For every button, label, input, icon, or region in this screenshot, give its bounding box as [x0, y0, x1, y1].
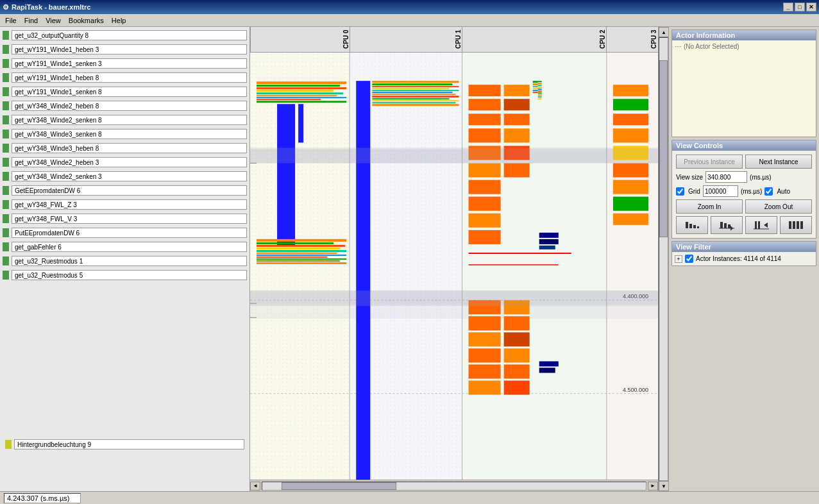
close-button[interactable]: ✕ [806, 3, 816, 12]
actor-color-bar-7 [3, 130, 9, 139]
actor-item-8[interactable]: get_wY348_Winde3_heben 8 [0, 141, 249, 155]
actor-label-13[interactable]: get_wY348_FWL_V 3 [12, 214, 247, 224]
svg-rect-33 [257, 250, 346, 252]
actor-color-bar-4 [3, 87, 9, 96]
actor-label-bottom[interactable]: Hintergrundbeleuchtung 9 [14, 439, 244, 449]
zoom-icon-btn-2[interactable] [711, 216, 743, 234]
scrollbar-thumb[interactable] [282, 482, 396, 490]
scrollbar-track[interactable] [262, 482, 646, 491]
actor-label-6[interactable]: get_wY348_Winde2_senken 8 [12, 115, 247, 125]
svg-rect-87 [539, 233, 559, 238]
actor-item-4[interactable]: get_wY191_Winde1_senken 8 [0, 85, 249, 99]
horizontal-scrollbar[interactable]: ◄ ► [250, 480, 658, 491]
svg-rect-82 [504, 316, 530, 330]
svg-rect-100 [538, 92, 542, 94]
actor-item-0[interactable]: get_u32_outputQuantity 8 [0, 28, 249, 42]
actor-item-bottom[interactable]: Hintergrundbeleuchtung 9 [3, 437, 247, 451]
view-controls-header: View Controls [672, 140, 816, 151]
scroll-down-button[interactable]: ▼ [659, 481, 668, 491]
actor-item-3[interactable]: get_wY191_Winde1_heben 8 [0, 71, 249, 85]
actor-label-5[interactable]: get_wY348_Winde2_heben 8 [12, 101, 247, 111]
actor-item-12[interactable]: get_wY348_FWL_Z 3 [0, 197, 249, 212]
svg-rect-132 [793, 221, 795, 229]
actor-label-10[interactable]: get_wY348_Winde2_senken 3 [12, 171, 247, 181]
svg-rect-51 [372, 102, 455, 103]
svg-rect-112 [613, 214, 648, 225]
actor-label-3[interactable]: get_wY191_Winde1_heben 8 [12, 72, 247, 83]
filter-row: + Actor Instances: 4114 of 4114 [675, 255, 813, 263]
actor-label-1[interactable]: get_wY191_Winde1_heben 3 [12, 44, 247, 55]
view-size-input[interactable] [705, 171, 747, 183]
svg-rect-25 [257, 95, 337, 96]
next-instance-button[interactable]: Next Instance [745, 155, 812, 169]
actor-item-14[interactable]: PutEEpromdatenDW 6 [0, 226, 249, 240]
actor-item-1[interactable]: get_wY191_Winde1_heben 3 [0, 42, 249, 56]
scroll-left-button[interactable]: ◄ [250, 482, 260, 491]
svg-rect-109 [613, 164, 648, 178]
actor-label-8[interactable]: get_wY348_Winde3_heben 8 [12, 143, 247, 153]
svg-rect-49 [372, 98, 449, 99]
zoom-icon-btn-4[interactable] [780, 216, 812, 234]
minimize-button[interactable]: _ [783, 3, 793, 12]
v-scroll-track[interactable] [659, 37, 668, 481]
actor-item-9[interactable]: get_wY348_Winde2_heben 3 [0, 155, 249, 169]
zoom-out-button[interactable]: Zoom Out [745, 199, 812, 214]
actor-item-6[interactable]: get_wY348_Winde2_senken 8 [0, 113, 249, 127]
filter-expand-icon[interactable]: + [675, 255, 682, 263]
actor-label-9[interactable]: get_wY348_Winde2_heben 3 [12, 157, 247, 167]
actor-label-11[interactable]: GetEEpromdatenDW 6 [12, 185, 247, 196]
actor-item-17[interactable]: get_u32_Ruestmodus 5 [0, 268, 249, 282]
auto-checkbox[interactable] [764, 187, 773, 196]
actor-label-7[interactable]: get_wY348_Winde3_senken 8 [12, 129, 247, 139]
timeline-content[interactable]: 4.400.000 4.500.000 [250, 53, 658, 480]
maximize-button[interactable]: □ [795, 3, 805, 12]
actor-item-13[interactable]: get_wY348_FWL_V 3 [0, 212, 249, 226]
svg-rect-97 [538, 87, 542, 88]
actor-item-5[interactable]: get_wY348_Winde2_heben 8 [0, 99, 249, 113]
actor-color-bar-17 [3, 271, 9, 280]
filter-checkbox[interactable] [685, 255, 693, 263]
actor-item-10[interactable]: get_wY348_Winde2_senken 3 [0, 169, 249, 183]
app-icon: ⚙ [3, 3, 9, 12]
svg-rect-30 [257, 242, 334, 244]
svg-rect-104 [613, 85, 648, 96]
svg-rect-56 [469, 128, 501, 142]
actor-item-15[interactable]: get_gabFehler 6 [0, 240, 249, 254]
no-actor-label: ···· (No Actor Selected) [675, 43, 739, 50]
actor-label-4[interactable]: get_wY191_Winde1_senken 8 [12, 87, 247, 97]
actor-item-7[interactable]: get_wY348_Winde3_senken 8 [0, 127, 249, 141]
svg-rect-69 [533, 81, 538, 83]
zoom-icon-btn-3[interactable] [745, 216, 777, 234]
scroll-right-button[interactable]: ► [648, 482, 658, 491]
menu-help[interactable]: Help [108, 15, 130, 26]
scroll-up-button[interactable]: ▲ [659, 27, 668, 37]
prev-instance-button[interactable]: Previous Instance [676, 155, 743, 169]
actor-info-header: Actor Information [672, 30, 816, 40]
vertical-scrollbar[interactable]: ▲ ▼ [658, 27, 668, 491]
menu-bookmarks[interactable]: Bookmarks [65, 15, 108, 26]
svg-rect-76 [469, 316, 501, 330]
svg-rect-103 [538, 98, 542, 99]
menu-file[interactable]: File [1, 15, 21, 26]
actor-label-0[interactable]: get_u32_outputQuantity 8 [12, 30, 247, 40]
v-scroll-thumb[interactable] [659, 60, 668, 237]
grid-checkbox[interactable] [676, 187, 684, 196]
actor-list-scroll[interactable]: get_u32_outputQuantity 8 get_wY191_Winde… [0, 27, 249, 491]
actor-label-2[interactable]: get_wY191_Winde1_senken 3 [12, 58, 247, 69]
zoom-icon-btn-1[interactable] [676, 216, 708, 234]
actor-label-15[interactable]: get_gabFehler 6 [12, 242, 247, 252]
actor-label-12[interactable]: get_wY348_FWL_Z 3 [12, 199, 247, 210]
svg-rect-44 [372, 88, 449, 89]
cpu-header-0: CPU 0 [250, 27, 350, 52]
actor-label-17[interactable]: get_u32_Ruestmodus 5 [12, 270, 247, 280]
grid-input[interactable] [703, 185, 738, 197]
menu-view[interactable]: View [42, 15, 65, 26]
actor-item-2[interactable]: get_wY191_Winde1_senken 3 [0, 56, 249, 71]
status-bar: 4.243.307 (s.ms.µs) [0, 491, 819, 504]
actor-label-14[interactable]: PutEEpromdatenDW 6 [12, 228, 247, 238]
zoom-in-button[interactable]: Zoom In [676, 199, 743, 214]
menu-find[interactable]: Find [21, 15, 42, 26]
actor-item-16[interactable]: get_u32_Ruestmodus 1 [0, 254, 249, 268]
actor-label-16[interactable]: get_u32_Ruestmodus 1 [12, 256, 247, 266]
actor-item-11[interactable]: GetEEpromdatenDW 6 [0, 183, 249, 197]
